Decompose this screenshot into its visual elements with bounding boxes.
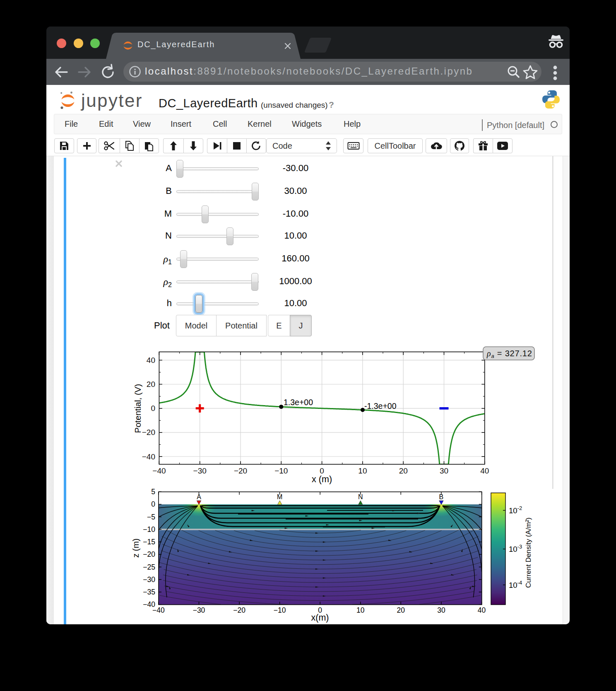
svg-text:20: 20 [397, 606, 405, 614]
svg-text:30: 30 [440, 466, 448, 475]
svg-text:−10: −10 [143, 525, 155, 534]
svg-text:30: 30 [437, 606, 445, 614]
svg-text:x(m): x(m) [311, 613, 329, 623]
svg-text:10: 10 [356, 606, 365, 614]
svg-text:A: A [197, 493, 201, 500]
svg-text:M: M [277, 493, 282, 500]
svg-text:40: 40 [147, 356, 155, 365]
svg-text:20: 20 [147, 380, 155, 389]
svg-text:−40: −40 [143, 600, 155, 609]
svg-text:40: 40 [478, 606, 486, 614]
svg-text:−20: −20 [143, 550, 155, 558]
svg-text:−5: −5 [147, 513, 155, 521]
svg-text:−10: −10 [274, 606, 286, 614]
svg-text:z (m): z (m) [131, 539, 140, 558]
svg-text:x (m): x (m) [312, 474, 332, 484]
svg-text:−35: −35 [143, 588, 155, 596]
svg-text:−30: −30 [143, 575, 155, 584]
svg-text:−30: −30 [193, 606, 205, 614]
svg-text:−20: −20 [233, 606, 245, 614]
svg-text:−30: −30 [193, 466, 207, 475]
svg-text:−20: −20 [142, 428, 155, 437]
svg-text:−40: −40 [142, 452, 155, 461]
svg-text:40: 40 [480, 466, 489, 475]
svg-text:0: 0 [151, 404, 155, 413]
svg-text:−40: −40 [152, 466, 166, 475]
svg-text:Potential, (V): Potential, (V) [133, 384, 142, 433]
svg-text:−25: −25 [143, 563, 155, 571]
svg-text:20: 20 [399, 466, 408, 475]
svg-text:Current Density (A/m²): Current Density (A/m²) [525, 517, 532, 588]
svg-text:0: 0 [151, 500, 155, 508]
svg-text:−20: −20 [234, 466, 247, 475]
svg-text:N: N [358, 493, 363, 500]
svg-text:−15: −15 [143, 538, 155, 546]
svg-text:B: B [439, 493, 444, 500]
svg-text:10: 10 [358, 466, 367, 475]
svg-text:-1.3e+00: -1.3e+00 [364, 401, 397, 411]
svg-text:0: 0 [320, 466, 324, 475]
svg-text:1.3e+00: 1.3e+00 [284, 398, 313, 407]
svg-text:−10: −10 [274, 466, 288, 475]
svg-text:5: 5 [151, 489, 155, 496]
